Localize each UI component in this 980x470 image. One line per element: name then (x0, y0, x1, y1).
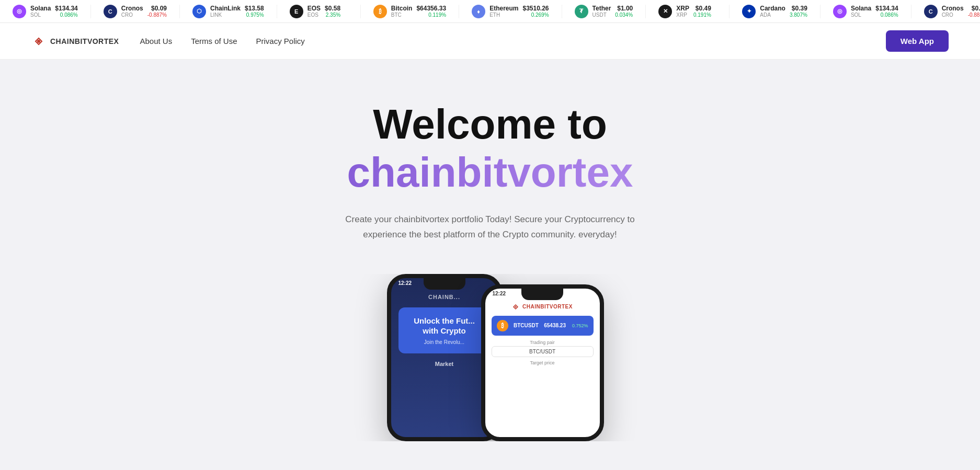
ticker-coin-price: $0.58 (325, 5, 340, 12)
svg-point-2 (515, 306, 517, 307)
ticker-item: ₮ Tether USDT $1.00 0.034% (562, 5, 646, 18)
ticker-coin-price: $134.34 (55, 5, 77, 12)
ticker-item: ₿ Bitcoin BTC $64356.33 0.119% (361, 5, 459, 18)
ticker-coin-change: 0.119% (428, 12, 446, 18)
nav-link-terms[interactable]: Terms of Use (191, 37, 237, 45)
ticker-coin-symbol: USDT (592, 12, 611, 18)
ticker-coin-change: 0.191% (693, 12, 711, 18)
nav-item-terms[interactable]: Terms of Use (191, 37, 237, 46)
ticker-coin-icon: ♦ (472, 5, 485, 18)
ticker-coin-change: 0.086% (60, 12, 78, 18)
ticker-coin-icon: C (924, 5, 938, 18)
phone-back-banner-title: Unlock the Fut... with Crypto (406, 316, 483, 336)
ticker-coin-price: $0.49 (696, 5, 711, 12)
ticker-coin-symbol: BTC (391, 12, 413, 18)
ticker-track: ◎ Solana SOL $134.34 0.086% C Cronos CRO… (0, 5, 980, 18)
ticker-coin-change: 3.807% (790, 12, 807, 18)
ticker-item: ◎ Solana SOL $134.34 0.086% (821, 5, 911, 18)
ticker-coin-price: $0.09 (972, 5, 980, 12)
ticker-coin-symbol: LINK (210, 12, 241, 18)
btc-row: ₿ BTCUSDT 65438.23 0.752% (492, 316, 594, 336)
svg-point-1 (37, 40, 40, 43)
btc-label: BTCUSDT (512, 323, 540, 328)
ticker-coin-price: $1.00 (617, 5, 633, 12)
btc-price: 65438.23 (544, 323, 566, 328)
phone-back-market: Market (398, 361, 491, 367)
target-price-label: Target price (492, 360, 594, 365)
nav-link-about[interactable]: About Us (140, 37, 172, 45)
phone-front-content: CHAINBITVORTEX ₿ BTCUSDT 65438.23 0.752%… (485, 289, 600, 372)
ticker-coin-price: $64356.33 (416, 5, 446, 12)
logo-text: CHAINBITVORTEX (50, 37, 119, 45)
ticker-item: ✕ XRP XRP $0.49 0.191% (646, 5, 730, 18)
ticker-bar: ◎ Solana SOL $134.34 0.086% C Cronos CRO… (0, 0, 980, 23)
ticker-coin-icon: ✕ (658, 5, 672, 18)
trading-pair-label: Trading pair (492, 340, 594, 345)
ticker-coin-change: 0.034% (615, 12, 633, 18)
ticker-coin-symbol: SOL (851, 12, 871, 18)
ticker-coin-name: Solana (30, 5, 51, 12)
navbar: CHAINBITVORTEX About Us Terms of Use Pri… (0, 23, 980, 60)
ticker-coin-name: EOS (307, 5, 321, 12)
phone-front-logo: CHAINBITVORTEX (492, 303, 594, 311)
web-app-button[interactable]: Web App (886, 30, 949, 52)
phones-container: 12:22 CHAINB... Unlock the Fut... with C… (21, 274, 959, 441)
ticker-coin-icon: C (104, 5, 117, 18)
ticker-coin-icon: E (290, 5, 303, 18)
ticker-coin-price: $134.34 (875, 5, 898, 12)
nav-links: About Us Terms of Use Privacy Policy (140, 37, 885, 46)
hero-title-line2: chainbitvortex (21, 147, 959, 198)
ticker-coin-icon: ₮ (575, 5, 588, 18)
ticker-coin-price: $3510.26 (522, 5, 549, 12)
ticker-coin-symbol: EOS (307, 12, 321, 18)
phone-back-notch (424, 278, 465, 290)
ticker-coin-price: $0.09 (151, 5, 167, 12)
hero-title: Welcome to chainbitvortex (21, 101, 959, 198)
nav-link-privacy[interactable]: Privacy Policy (256, 37, 305, 45)
ticker-item: ✦ Cardano ADA $0.39 3.807% (730, 5, 821, 18)
nav-item-about[interactable]: About Us (140, 37, 172, 46)
ticker-coin-change: -0.887% (968, 12, 980, 18)
ticker-coin-change: 0.086% (881, 12, 898, 18)
ticker-item: ♦ Ethereum ETH $3510.26 0.269% (459, 5, 562, 18)
ticker-coin-icon: ◎ (833, 5, 847, 18)
ticker-item: E EOS EOS $0.58 2.35% (277, 5, 361, 18)
logo-link[interactable]: CHAINBITVORTEX (31, 34, 119, 49)
ticker-coin-name: Ethereum (489, 5, 518, 12)
phone-front-logo-text: CHAINBITVORTEX (522, 304, 573, 309)
ticker-coin-price: $0.39 (792, 5, 807, 12)
logo-icon (31, 34, 46, 49)
btc-change: 0.752% (572, 323, 588, 328)
phone-back-header: CHAINB... (398, 294, 491, 300)
ticker-coin-symbol: CRO (121, 12, 143, 18)
ticker-coin-name: ChainLink (210, 5, 241, 12)
hero-subtitle: Create your chainbitvortex portfolio Tod… (323, 212, 657, 243)
phone-back-banner: Unlock the Fut... with Crypto Join the R… (398, 307, 491, 353)
ticker-coin-name: XRP (676, 5, 689, 12)
ticker-coin-icon: ◎ (13, 5, 26, 18)
btc-icon: ₿ (497, 320, 508, 331)
ticker-coin-change: 2.35% (326, 12, 340, 18)
ticker-coin-change: 0.269% (531, 12, 549, 18)
phone-front-logo-icon (512, 303, 519, 311)
hero-title-line1: Welcome to (21, 101, 959, 147)
phone-front-notch (521, 289, 563, 300)
ticker-coin-symbol: ADA (760, 12, 785, 18)
ticker-coin-name: Tether (592, 5, 611, 12)
ticker-coin-price: $13.58 (245, 5, 264, 12)
ticker-coin-name: Bitcoin (391, 5, 413, 12)
ticker-item: ⬡ ChainLink LINK $13.58 0.975% (180, 5, 277, 18)
ticker-coin-icon: ₿ (373, 5, 387, 18)
phone-front: 12:22 CHAINBITVORTEX ₿ BTCUSDT 65438.23 … (481, 284, 604, 441)
ticker-coin-symbol: ETH (489, 12, 518, 18)
trading-pair-value: BTC/USDT (492, 346, 594, 357)
ticker-coin-name: Cronos (121, 5, 143, 12)
phone-front-time: 12:22 (493, 291, 506, 296)
phone-back-banner-sub: Join the Revolu... (406, 339, 483, 345)
nav-item-privacy[interactable]: Privacy Policy (256, 37, 305, 46)
ticker-coin-icon: ⬡ (192, 5, 206, 18)
ticker-coin-symbol: CRO (942, 12, 964, 18)
ticker-coin-name: Cardano (760, 5, 785, 12)
ticker-coin-symbol: XRP (676, 12, 689, 18)
ticker-item: C Cronos CRO $0.09 -0.887% (911, 5, 980, 18)
